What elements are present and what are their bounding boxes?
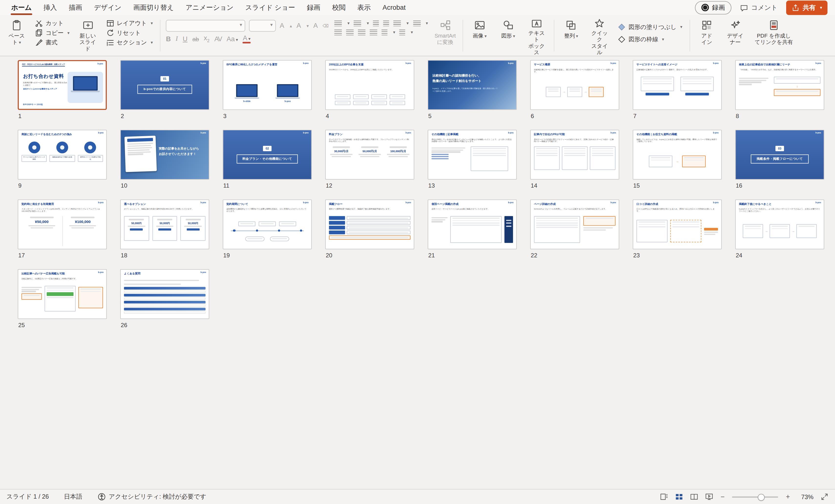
quick-styles-button[interactable]: クイック スタイル [588,17,611,55]
slide-thumbnail-25[interactable]: b-pos比較記事へのバナー広告掲載も可能比較記事内に、1社限定のバナー広告の掲… [18,269,107,319]
slide-thumbnail-13[interactable]: b-posその他機能｜記事掲載貴社が保有しているSEO記事やインタビュー記事など… [428,130,517,180]
line-spacing-icon[interactable] [393,20,401,26]
slide-thumbnail-14[interactable]: b-pos記事内で自社のPRが可能貴社サービスの詳細や導入プロフィールの紹介に加… [530,130,619,180]
reading-view-button[interactable] [690,493,698,501]
clear-formatting-button[interactable]: A⌫ [313,22,329,29]
font-size-combobox[interactable] [249,20,276,31]
zoom-percentage[interactable]: 73% [797,493,814,500]
language-button[interactable]: 日本語 [64,493,83,501]
slide-thumbnail-23[interactable]: b-pos口コミ詳細の作成口コミは8件以上で掲載面の傾向が良くなるため、原則1つ… [633,200,722,249]
italic-button[interactable]: I [176,35,178,43]
zoom-slider[interactable] [732,493,778,501]
menu-tab-2[interactable]: 挿入 [38,0,63,15]
accessibility-button[interactable]: アクセシビリティ: 検討が必要です [97,493,206,501]
format-painter-button[interactable]: 書式 [34,39,70,47]
bold-button[interactable]: B [166,35,171,43]
new-slide-button[interactable]: 新しい スライド [77,17,99,55]
slide-thumbnail-24[interactable]: b-pos掲載終了後にやるべきことb-posのドメインパワーを生かし、より多くの… [735,200,824,249]
bpos-logo: b-pos [815,132,821,134]
slide-sorter-view-button[interactable] [675,493,683,501]
slide-thumbnail-1[interactable]: b-pos代行・外注サービスのための認知獲得・送客メディアお打ち合わせ資料比較検… [18,60,107,110]
menu-tab-8[interactable]: 録画 [301,0,326,15]
arrange-button[interactable]: 整列▾ [560,17,582,55]
menu-tab-7[interactable]: スライド ショー [240,0,301,15]
designer-button[interactable]: デザイナー [724,17,746,55]
bpos-logo: b-pos [815,62,821,64]
copy-button[interactable]: コピー▾ [34,29,70,37]
decrease-indent-icon[interactable] [373,20,379,26]
create-pdf-button[interactable]: PDF を作成し てリンクを共有 [752,17,795,55]
add-ins-button[interactable]: アド イン [696,17,718,55]
slide-thumbnail-22[interactable]: b-posページ詳細の作成formrunのようなツールを利用し、フォームに記載す… [530,200,619,249]
share-label: 共有 [803,3,816,12]
underline-button[interactable]: U [183,35,187,43]
font-color-button[interactable]: A▾ [243,35,251,43]
slide-thumbnail-21[interactable]: b-pos個別ページ掲載の作成企業ページ・サービスページはb-pos側に掲載させ… [428,200,517,249]
slide-thumbnail-2[interactable]: b-pos01b-posでの提供内容について [120,60,209,110]
slide-thumbnail-4[interactable]: b-pos200社以上のBPO企業を支援2023年のリリースから、200社以上の… [325,60,414,110]
section-button[interactable]: セクション▾ [105,39,154,47]
align-center-icon[interactable] [346,29,354,35]
slide-thumbnail-7[interactable]: b-posサービスサイトへの送客イメージ記事掲載や記事内リンクからのサイト遷移で… [633,60,722,110]
slide-thumbnail-18[interactable]: b-pos選べるオプションオプションとして、掲載記事の作成や資料作成を¥50,0… [120,200,209,249]
increase-indent-icon[interactable] [383,20,389,26]
slide-thumbnail-6[interactable]: b-posサービス概要比較検討層にサービス理解を促進し、購入意欲の高いリードを貴… [530,60,619,110]
bullets-icon[interactable] [334,20,342,26]
align-left-icon[interactable] [334,29,342,35]
slide-thumbnail-26[interactable]: b-posよくある質問 [120,269,209,319]
slide-number: 24 [736,252,824,258]
slide-thumbnail-8[interactable]: b-pos検索上位の記事経由で比較検討層にリーチ「OO比較」「OO代行 おすすめ… [735,60,824,110]
strikethrough-button[interactable]: ab [192,36,199,42]
share-button[interactable]: 共有 ▾ [786,0,828,15]
menu-tab-11[interactable]: Acrobat [377,1,412,14]
align-right-icon[interactable] [358,29,366,35]
menu-tab-4[interactable]: デザイン [88,0,127,15]
text-direction-icon[interactable] [382,29,388,35]
align-text-icon[interactable] [400,29,405,35]
fit-slide-button[interactable] [820,493,829,501]
slide-thumbnail-19[interactable]: b-pos契約期間について認知獲得から継続的なリード獲得までに必要な期間を見据え… [223,200,312,249]
menu-tab-10[interactable]: 表示 [351,0,376,15]
menu-tab-6[interactable]: アニメーション [180,0,240,15]
font-name-combobox[interactable] [166,20,245,31]
picture-button[interactable]: 画像▾ [469,17,491,55]
character-spacing-button[interactable]: AV [215,35,222,43]
convert-smartart-button[interactable]: SmartArt に変換 [434,17,456,55]
slide-thumbnail-5[interactable]: b-pos比較検討層への認知獲得を行い、熱量の高いリード創出をサポートb-pos… [428,60,517,110]
slide-thumbnail-12[interactable]: b-pos料金プランすべてのプランで記事掲載・お役立ち資料掲載も可能です。プレミ… [325,130,414,180]
slide-thumbnail-16[interactable]: b-pos03掲載条件・掲載フローについて [735,130,824,180]
shapes-button[interactable]: 図形▾ [497,17,519,55]
record-button[interactable]: 録画 [695,1,731,14]
zoom-thumb[interactable] [758,494,765,501]
distribute-icon[interactable] [413,20,421,26]
menu-tab-3[interactable]: 描画 [63,0,88,15]
normal-view-button[interactable] [660,493,668,501]
paste-button[interactable]: ペースト▾ [5,17,28,55]
slide-thumbnail-10[interactable]: b-pos実際の記事をお見せしながらお話させていただきます！ [120,130,209,180]
shape-outline-button[interactable]: 図形の枠線▾ [617,35,684,43]
shrink-font-button[interactable]: A▼ [297,22,309,29]
slide-thumbnail-20[interactable]: b-pos掲載フロー通常1〜2週間程度で掲載が完了。掲載終了後も随時掲載準備を行… [325,200,414,249]
slideshow-button[interactable] [705,493,713,501]
shape-fill-button[interactable]: 図形の塗りつぶし▾ [617,23,684,31]
slide-thumbnail-11[interactable]: b-pos02料金プラン・その他機能について [223,130,312,180]
layout-button[interactable]: レイアウト▾ [105,19,154,27]
slide-thumbnail-9[interactable]: b-pos商談に近いリードを生むための3つの強みサービス紹介記事でのリンク掲載掲… [18,130,107,180]
cut-button[interactable]: カット [34,19,70,27]
menu-tab-1[interactable]: ホーム [5,0,38,15]
slide-thumbnail-3[interactable]: b-posBPO業界に特化した2つのメディアを運営b-slideb-pos [223,60,312,110]
menu-tab-5[interactable]: 画面切り替え [127,0,180,15]
slide-thumbnail-15[interactable]: b-posその他機能｜お役立ち資料の掲載掲載しているサービスは、b-pos上にお… [633,130,722,180]
subscript-button[interactable]: x2 [204,35,210,43]
zoom-in-button[interactable]: + [785,493,790,501]
change-case-button[interactable]: Aa▾ [227,35,238,43]
reset-button[interactable]: リセット [105,29,154,37]
grow-font-button[interactable]: A▲ [280,22,293,29]
comments-button[interactable]: コメント [740,3,778,12]
zoom-out-button[interactable]: − [720,493,725,501]
text-box-button[interactable]: テキスト ボックス [525,17,548,55]
menu-tab-9[interactable]: 校閲 [326,0,351,15]
slide-thumbnail-17[interactable]: b-pos契約時に発生する初期費用スタンダード・ハイエンドプランは50,000円… [18,200,107,249]
justify-icon[interactable] [370,29,378,35]
numbering-icon[interactable] [354,20,361,26]
